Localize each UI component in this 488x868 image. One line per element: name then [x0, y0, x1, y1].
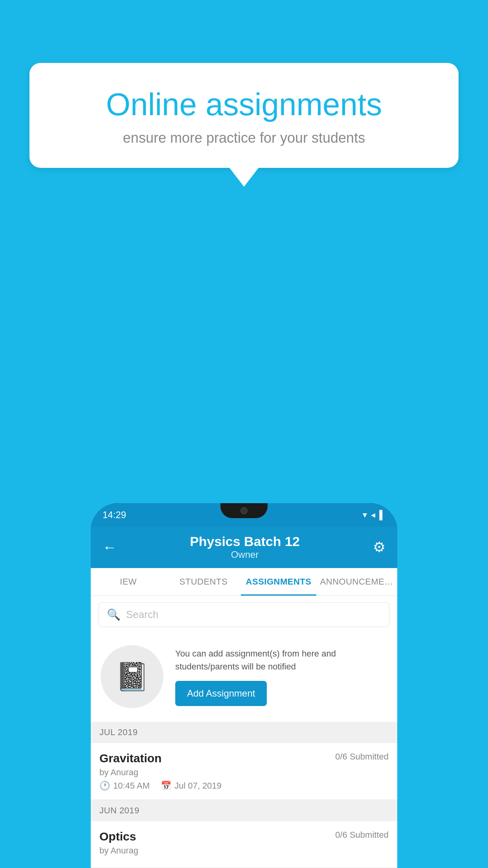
calendar-icon: 📅	[161, 781, 171, 791]
assignment-date-gravitation: 📅 Jul 07, 2019	[161, 781, 222, 791]
clock-icon: 🕐	[99, 781, 110, 791]
app-header: ← Physics Batch 12 Owner ⚙	[91, 527, 397, 568]
tab-assignments[interactable]: ASSIGNMENTS	[241, 568, 316, 596]
assignment-title-optics: Optics	[99, 830, 136, 843]
assignment-title-gravitation: Gravitation	[99, 752, 161, 765]
add-assignment-button[interactable]: Add Assignment	[175, 681, 267, 706]
empty-icon-circle: 📓	[101, 645, 163, 708]
tab-iew[interactable]: IEW	[91, 568, 166, 596]
assignment-row-title: Gravitation 0/6 Submitted	[99, 752, 389, 765]
assignment-item-optics[interactable]: Optics 0/6 Submitted by Anurag	[91, 821, 397, 868]
tab-students[interactable]: STUDENTS	[166, 568, 241, 596]
section-header-jul: JUL 2019	[91, 722, 397, 743]
battery-icon: ▌	[379, 510, 385, 520]
status-bar: 14:29 ▾ ◂ ▌	[91, 503, 397, 527]
header-center: Physics Batch 12 Owner	[190, 534, 300, 560]
camera	[240, 507, 248, 514]
section-header-jun: JUN 2019	[91, 800, 397, 821]
notch	[220, 503, 268, 518]
assignment-author-optics: by Anurag	[99, 846, 389, 856]
search-input[interactable]: Search	[126, 609, 158, 621]
speech-bubble-title: Online assignments	[57, 86, 431, 123]
header-subtitle: Owner	[190, 549, 300, 560]
signal-icon: ◂	[371, 510, 375, 520]
notebook-icon: 📓	[115, 660, 149, 693]
assignment-submitted-optics: 0/6 Submitted	[335, 830, 389, 840]
tab-announcements[interactable]: ANNOUNCEME…	[316, 568, 397, 596]
assignment-item-gravitation[interactable]: Gravitation 0/6 Submitted by Anurag 🕐 10…	[91, 743, 397, 800]
empty-state: 📓 You can add assignment(s) from here an…	[91, 633, 397, 722]
empty-description: You can add assignment(s) from here and …	[175, 647, 387, 673]
speech-bubble-container: Online assignments ensure more practice …	[29, 63, 459, 168]
status-icons: ▾ ◂ ▌	[363, 510, 385, 520]
screen-content: 🔍 Search 📓 You can add assignment(s) fro…	[91, 596, 397, 868]
header-title: Physics Batch 12	[190, 534, 300, 549]
assignment-submitted-gravitation: 0/6 Submitted	[335, 752, 389, 762]
speech-bubble-subtitle: ensure more practice for your students	[57, 130, 431, 146]
tabs-bar: IEW STUDENTS ASSIGNMENTS ANNOUNCEME…	[91, 568, 397, 596]
search-container: 🔍 Search	[91, 596, 397, 633]
assignment-time-gravitation: 🕐 10:45 AM	[99, 781, 150, 791]
phone: 14:29 ▾ ◂ ▌ ← Physics Batch 12 Owner ⚙ I…	[91, 503, 397, 868]
phone-wrapper: 14:29 ▾ ◂ ▌ ← Physics Batch 12 Owner ⚙ I…	[91, 503, 397, 868]
status-time: 14:29	[103, 509, 126, 520]
empty-content: You can add assignment(s) from here and …	[175, 647, 387, 706]
search-box[interactable]: 🔍 Search	[99, 602, 389, 627]
back-button[interactable]: ←	[103, 539, 117, 555]
assignment-row-title-optics: Optics 0/6 Submitted	[99, 830, 389, 843]
wifi-icon: ▾	[363, 510, 367, 520]
assignment-author-gravitation: by Anurag	[99, 767, 389, 778]
search-icon: 🔍	[107, 608, 121, 621]
speech-bubble: Online assignments ensure more practice …	[29, 63, 459, 168]
settings-icon[interactable]: ⚙	[373, 539, 385, 555]
assignment-meta-gravitation: 🕐 10:45 AM 📅 Jul 07, 2019	[99, 781, 389, 791]
